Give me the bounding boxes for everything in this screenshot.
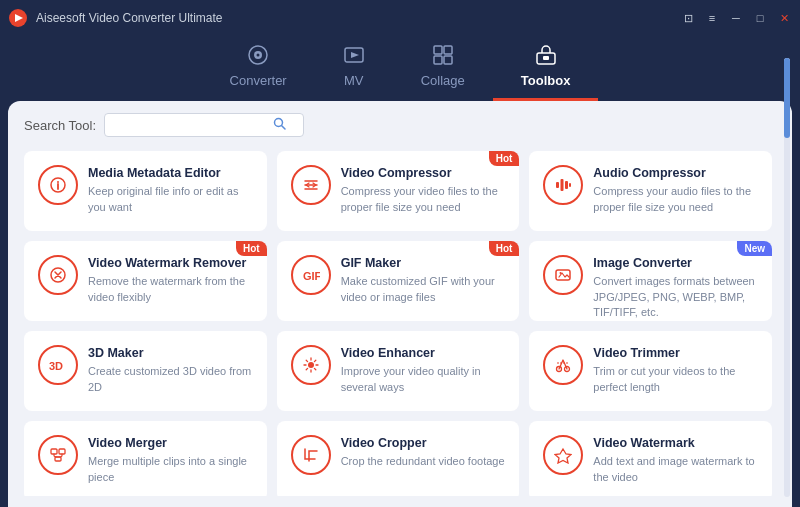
- tool-desc-video-watermark: Add text and image watermark to the vide…: [593, 454, 760, 485]
- tool-text-video-enhancer: Video Enhancer Improve your video qualit…: [341, 345, 508, 395]
- tool-title-gif-maker: GIF Maker: [341, 255, 508, 271]
- tool-card-video-trimmer[interactable]: Video Trimmer Trim or cut your videos to…: [529, 331, 772, 411]
- tool-card-image-converter[interactable]: New Image Converter Convert images forma…: [529, 241, 772, 321]
- menu-button[interactable]: ≡: [704, 10, 720, 26]
- tab-collage[interactable]: Collage: [393, 36, 493, 101]
- tool-title-video-merger: Video Merger: [88, 435, 255, 451]
- svg-point-15: [57, 181, 59, 183]
- tool-badge-gif-maker: Hot: [489, 241, 520, 256]
- tool-text-3d-maker: 3D Maker Create customized 3D video from…: [88, 345, 255, 395]
- svg-rect-10: [543, 56, 549, 60]
- tool-icon-3d-maker: 3D: [38, 345, 78, 385]
- svg-rect-5: [434, 46, 442, 54]
- search-button[interactable]: [273, 117, 286, 133]
- tool-icon-image-converter: [543, 255, 583, 295]
- toolbox-icon: [535, 44, 557, 69]
- tool-card-video-enhancer[interactable]: Video Enhancer Improve your video qualit…: [277, 331, 520, 411]
- tool-text-video-merger: Video Merger Merge multiple clips into a…: [88, 435, 255, 485]
- tool-badge-video-watermark-remover: Hot: [236, 241, 267, 256]
- close-button[interactable]: ✕: [776, 10, 792, 26]
- tool-badge-video-compressor: Hot: [489, 151, 520, 166]
- svg-rect-7: [434, 56, 442, 64]
- tool-title-video-compressor: Video Compressor: [341, 165, 508, 181]
- tool-card-media-metadata-editor[interactable]: Media Metadata Editor Keep original file…: [24, 151, 267, 231]
- scroll-track: [784, 58, 790, 497]
- svg-rect-29: [51, 449, 57, 454]
- svg-rect-31: [55, 457, 61, 461]
- tool-text-video-compressor: Video Compressor Compress your video fil…: [341, 165, 508, 215]
- tool-badge-image-converter: New: [737, 241, 772, 256]
- tool-title-video-watermark: Video Watermark: [593, 435, 760, 451]
- tab-mv[interactable]: MV: [315, 36, 393, 101]
- tab-toolbox-label: Toolbox: [521, 73, 571, 88]
- tool-title-3d-maker: 3D Maker: [88, 345, 255, 361]
- tool-title-image-converter: Image Converter: [593, 255, 760, 271]
- tool-desc-video-cropper: Crop the redundant video footage: [341, 454, 508, 469]
- tool-title-audio-compressor: Audio Compressor: [593, 165, 760, 181]
- svg-text:3D: 3D: [49, 360, 63, 372]
- tool-text-media-metadata-editor: Media Metadata Editor Keep original file…: [88, 165, 255, 215]
- tool-card-video-cropper[interactable]: Video Cropper Crop the redundant video f…: [277, 421, 520, 496]
- collage-icon: [432, 44, 454, 69]
- tool-text-video-watermark-remover: Video Watermark Remover Remove the water…: [88, 255, 255, 305]
- tab-converter-label: Converter: [230, 73, 287, 88]
- title-bar-left: Aiseesoft Video Converter Ultimate: [8, 8, 223, 28]
- tab-toolbox[interactable]: Toolbox: [493, 36, 599, 101]
- svg-rect-18: [565, 181, 568, 189]
- svg-point-25: [308, 362, 314, 368]
- nav-tabs: Converter MV Collage: [0, 36, 800, 101]
- app-logo: [8, 8, 28, 28]
- chat-button[interactable]: ⊡: [680, 10, 696, 26]
- tool-card-gif-maker[interactable]: Hot GIF GIF Maker Make customized GIF wi…: [277, 241, 520, 321]
- svg-rect-17: [561, 179, 564, 191]
- title-bar: Aiseesoft Video Converter Ultimate ⊡ ≡ ─…: [0, 0, 800, 36]
- maximize-button[interactable]: □: [752, 10, 768, 26]
- tab-collage-label: Collage: [421, 73, 465, 88]
- tool-desc-video-enhancer: Improve your video quality in several wa…: [341, 364, 508, 395]
- tool-card-video-watermark[interactable]: Video Watermark Add text and image water…: [529, 421, 772, 496]
- tools-grid: Media Metadata Editor Keep original file…: [24, 151, 776, 496]
- tool-card-video-watermark-remover[interactable]: Hot Video Watermark Remover Remove the w…: [24, 241, 267, 321]
- tool-desc-video-merger: Merge multiple clips into a single piece: [88, 454, 255, 485]
- tool-desc-media-metadata-editor: Keep original file info or edit as you w…: [88, 184, 255, 215]
- tool-card-3d-maker[interactable]: 3D 3D Maker Create customized 3D video f…: [24, 331, 267, 411]
- tool-text-gif-maker: GIF Maker Make customized GIF with your …: [341, 255, 508, 305]
- tab-converter[interactable]: Converter: [202, 36, 315, 101]
- search-input-wrap: [104, 113, 304, 137]
- svg-text:GIF: GIF: [303, 270, 320, 282]
- svg-point-23: [560, 272, 562, 274]
- title-bar-controls: ⊡ ≡ ─ □ ✕: [680, 10, 792, 26]
- tool-card-video-compressor[interactable]: Hot Video Compressor Compress your video…: [277, 151, 520, 231]
- tool-text-video-trimmer: Video Trimmer Trim or cut your videos to…: [593, 345, 760, 395]
- svg-point-3: [257, 54, 260, 57]
- tool-desc-3d-maker: Create customized 3D video from 2D: [88, 364, 255, 395]
- tool-title-video-enhancer: Video Enhancer: [341, 345, 508, 361]
- search-bar: Search Tool:: [24, 113, 776, 137]
- mv-icon: [343, 44, 365, 69]
- tool-icon-video-enhancer: [291, 345, 331, 385]
- converter-icon: [247, 44, 269, 69]
- tool-title-video-watermark-remover: Video Watermark Remover: [88, 255, 255, 271]
- search-label: Search Tool:: [24, 118, 96, 133]
- tool-desc-audio-compressor: Compress your audio files to the proper …: [593, 184, 760, 215]
- tool-desc-gif-maker: Make customized GIF with your video or i…: [341, 274, 508, 305]
- tool-icon-media-metadata-editor: [38, 165, 78, 205]
- scroll-thumb: [784, 58, 790, 138]
- svg-rect-30: [59, 449, 65, 454]
- tool-desc-video-watermark-remover: Remove the watermark from the video flex…: [88, 274, 255, 305]
- tool-icon-audio-compressor: [543, 165, 583, 205]
- tool-title-video-trimmer: Video Trimmer: [593, 345, 760, 361]
- tool-icon-video-cropper: [291, 435, 331, 475]
- tab-mv-label: MV: [344, 73, 364, 88]
- tool-icon-video-watermark: [543, 435, 583, 475]
- tool-icon-video-watermark-remover: [38, 255, 78, 295]
- svg-rect-8: [444, 56, 452, 64]
- search-input[interactable]: [113, 118, 273, 132]
- minimize-button[interactable]: ─: [728, 10, 744, 26]
- tool-text-image-converter: Image Converter Convert images formats b…: [593, 255, 760, 320]
- tool-desc-image-converter: Convert images formats between JPG/JPEG,…: [593, 274, 760, 320]
- tool-card-audio-compressor[interactable]: Audio Compressor Compress your audio fil…: [529, 151, 772, 231]
- tool-text-audio-compressor: Audio Compressor Compress your audio fil…: [593, 165, 760, 215]
- tool-title-video-cropper: Video Cropper: [341, 435, 508, 451]
- tool-card-video-merger[interactable]: Video Merger Merge multiple clips into a…: [24, 421, 267, 496]
